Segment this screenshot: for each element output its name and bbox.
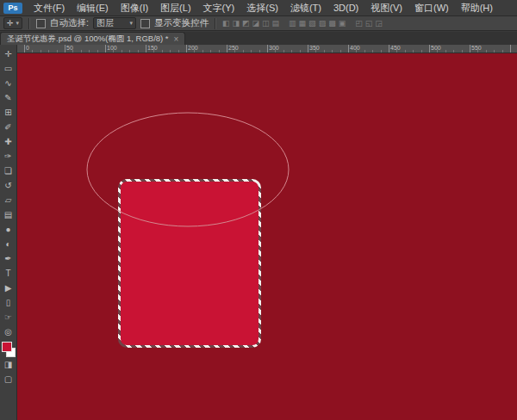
auto-select-target-dropdown[interactable]: 图层 ▾ [93,17,136,29]
ruler-tick-label: 100 [107,45,117,51]
dodge-tool[interactable]: ◐ [1,237,16,251]
align-top-edges-icon[interactable]: ◧ [222,18,230,29]
menu-item-image[interactable]: 图像(I) [115,0,154,15]
options-separator [215,18,216,29]
menu-item-filter[interactable]: 滤镜(T) [284,0,327,15]
distribute-right-edges-icon[interactable]: ▣ [339,18,346,29]
shape-rect-fill [121,182,258,345]
auto-align-layers-icon[interactable]: ◲ [375,18,383,29]
eyedropper-tool[interactable]: ✐ [1,120,16,134]
ruler-tick-label: 400 [350,45,360,51]
healing-brush-tool[interactable]: ✚ [1,134,16,149]
options-bar: ✛ ▾ 自动选择: 图层 ▾ 显示变换控件 ◧◨◩◪◫▤▥▦▧▨▩▣◰◱◲ [0,16,517,31]
selection-marching-ants [118,179,261,348]
distribute-vertical-spacing-icon[interactable]: ◱ [365,18,373,29]
clone-stamp-tool[interactable]: ❏ [1,164,16,178]
ruler-tick-label: 250 [228,45,239,51]
close-icon[interactable]: × [174,34,179,44]
horizontal-ruler: 050100150200250300350400450500550 [17,45,517,53]
distribute-top-edges-icon[interactable]: ▥ [289,18,296,29]
ruler-tick-label: 350 [309,45,320,51]
ruler-tick-label: 200 [188,45,198,51]
menu-item-type[interactable]: 文字(Y) [197,0,241,15]
menu-item-layer[interactable]: 图层(L) [154,0,196,15]
menu-item-3d[interactable]: 3D(D) [327,0,364,15]
eraser-tool[interactable]: ▱ [1,193,16,207]
menu-item-help[interactable]: 帮助(H) [455,0,499,15]
distribute-horizontal-spacing-icon[interactable]: ◰ [355,18,363,29]
menu-bar-items: 文件(F)编辑(E)图像(I)图层(L)文字(Y)选择(S)滤镜(T)3D(D)… [28,0,499,15]
chevron-down-icon: ▾ [16,20,20,27]
auto-select-value: 图层 [97,17,114,29]
menu-bar: Ps 文件(F)编辑(E)图像(I)图层(L)文字(Y)选择(S)滤镜(T)3D… [0,0,517,16]
path-selection-tool[interactable]: ▶ [1,281,16,295]
ruler-tick-label: 500 [431,45,441,51]
ellipse-shape-outline [17,53,517,420]
menu-item-edit[interactable]: 编辑(E) [71,0,115,15]
align-right-edges-icon[interactable]: ▤ [272,18,280,29]
move-tool-icon: ✛ [7,19,14,28]
blur-tool[interactable]: ● [1,222,16,237]
tool-bar: ✛▭∿✎⊞✐✚✑❏↺▱▤●◐✒T▶▯☞◎◨▢ [0,45,17,420]
tool-preset-dropdown[interactable]: ✛ ▾ [3,17,22,29]
distribute-left-edges-icon[interactable]: ▨ [319,18,327,29]
marquee-tool[interactable]: ▭ [1,61,16,76]
auto-select-label: 自动选择: [50,17,89,29]
move-tool[interactable]: ✛ [1,46,16,61]
lasso-tool[interactable]: ∿ [1,76,16,90]
shape-tool[interactable]: ▯ [1,295,16,310]
quick-mask-mode-button[interactable]: ◨ [1,357,16,372]
menu-item-view[interactable]: 视图(V) [364,0,408,15]
distribute-bottom-edges-icon[interactable]: ▧ [308,18,316,29]
crop-tool[interactable]: ⊞ [1,105,16,120]
menu-item-file[interactable]: 文件(F) [28,0,71,15]
align-left-edges-icon[interactable]: ◪ [252,18,260,29]
document-tab-bar: 圣诞节优惠券.psd @ 100%(椭圆 1, RGB/8) * × [0,32,517,46]
canvas[interactable] [17,53,517,420]
show-transform-label: 显示变换控件 [154,17,209,29]
ruler-tick-label: 450 [390,45,401,51]
options-separator [28,18,30,29]
screen-mode-button[interactable]: ▢ [1,372,16,386]
menu-item-window[interactable]: 窗口(W) [408,0,455,15]
ruler-tick-label: 0 [26,45,29,51]
quick-selection-tool[interactable]: ✎ [1,90,16,105]
align-horizontal-centers-icon[interactable]: ◫ [262,18,270,29]
gradient-tool[interactable]: ▤ [1,207,16,222]
distribute-horizontal-centers-icon[interactable]: ▩ [328,18,336,29]
menu-item-select[interactable]: 选择(S) [240,0,284,15]
zoom-tool[interactable]: ◎ [1,324,16,339]
hand-tool[interactable]: ☞ [1,310,16,324]
ruler-tick-label: 50 [66,45,73,51]
ruler-tick-label: 550 [471,45,482,51]
color-swatches [2,342,16,357]
align-bottom-edges-icon[interactable]: ◩ [242,18,250,29]
foreground-color-swatch[interactable] [2,342,12,352]
type-tool[interactable]: T [1,266,16,281]
distribute-vertical-centers-icon[interactable]: ▦ [299,18,307,29]
align-icons-group: ◧◨◩◪◫▤▥▦▧▨▩▣◰◱◲ [222,18,383,29]
chevron-down-icon: ▾ [129,20,133,27]
document-title: 圣诞节优惠券.psd @ 100%(椭圆 1, RGB/8) * [7,34,169,45]
ruler-tick-label: 300 [269,45,279,51]
history-brush-tool[interactable]: ↺ [1,178,16,193]
pen-tool[interactable]: ✒ [1,251,16,266]
photoshop-logo: Ps [3,3,22,14]
brush-tool[interactable]: ✑ [1,149,16,164]
document-tab[interactable]: 圣诞节优惠券.psd @ 100%(椭圆 1, RGB/8) * × [0,32,185,45]
align-vertical-centers-icon[interactable]: ◨ [233,18,240,29]
ruler-tick-label: 150 [147,45,158,51]
auto-select-checkbox[interactable] [36,19,46,28]
show-transform-checkbox[interactable] [140,19,150,28]
